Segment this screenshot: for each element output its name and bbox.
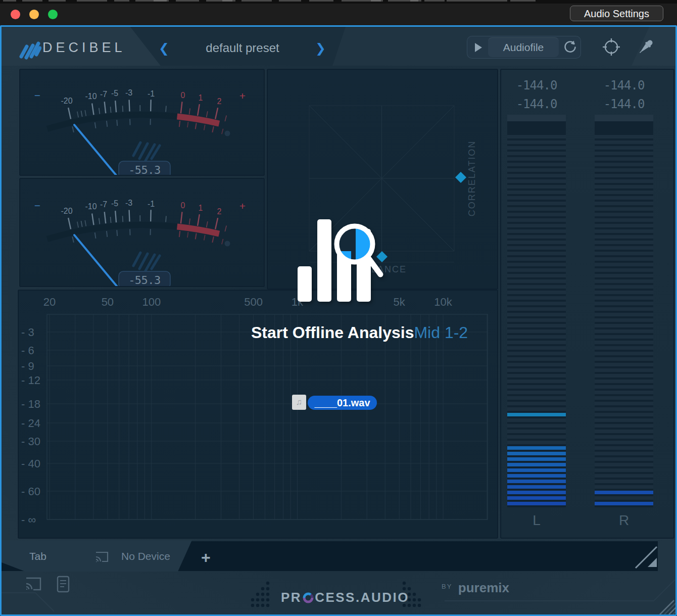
meter-segment: [595, 285, 653, 289]
puremix-logo: puremix: [458, 580, 509, 595]
target-icon[interactable]: [602, 38, 620, 56]
correlation-label: CORRELATION: [467, 140, 477, 217]
meter-segment: [595, 441, 653, 444]
vu-scale-label: -10: [85, 202, 96, 211]
vu-scale-label: -20: [61, 207, 72, 215]
cast-icon[interactable]: [95, 551, 109, 563]
vu-value: -55.3: [128, 164, 161, 175]
vu-band-red: [177, 226, 219, 233]
vu-needle: [74, 235, 119, 286]
preset-prev-button[interactable]: ❮: [159, 41, 169, 56]
meter-channel-label: L: [507, 512, 566, 529]
meter-segment: [507, 224, 566, 227]
play-button[interactable]: [470, 40, 485, 55]
db-axis-label: - 6: [21, 344, 34, 357]
meter-segment: [595, 213, 653, 216]
meter-segment: [595, 463, 653, 466]
brand-title: DECIBEL: [42, 40, 126, 56]
meter-segment: [595, 185, 653, 188]
meter-segment: [595, 380, 653, 383]
meter-segment: [507, 191, 566, 194]
meter-segment: [507, 363, 566, 366]
meter-segment: [595, 346, 653, 350]
vu-peak-dot: [225, 131, 230, 136]
vu-band-red: [177, 116, 219, 123]
meter-segment: [595, 335, 653, 339]
eyedropper-icon[interactable]: [636, 38, 655, 57]
meter-segment: [507, 313, 566, 316]
meter-segment: [595, 179, 653, 183]
meter-segment: [507, 407, 566, 411]
zoom-traffic-light[interactable]: [48, 10, 58, 19]
meter-segment: [507, 380, 566, 383]
meter-segment: [595, 318, 653, 322]
meter-segment: [507, 385, 566, 389]
meter-segment: [595, 385, 653, 389]
meter-segment: [507, 229, 566, 233]
meter-segment: [595, 235, 653, 239]
meter-segment: [507, 324, 566, 327]
meter-segment: [507, 218, 566, 222]
decibel-logo-icon: [18, 34, 41, 60]
add-tab-button[interactable]: +: [201, 548, 211, 567]
meter-segment: [595, 396, 653, 400]
meter-segment: [595, 413, 653, 416]
vu-peak-dot: [225, 241, 230, 247]
brand-left-text: PR: [281, 590, 302, 605]
refresh-icon[interactable]: [562, 39, 578, 56]
offline-analysis-icon[interactable]: [280, 210, 397, 309]
meter-segment: [507, 374, 566, 377]
correlation-diamond: [455, 172, 466, 183]
vu-scale-label: 0: [181, 201, 185, 210]
meter-segment: [507, 418, 566, 422]
meter-cap-segment: [507, 115, 566, 121]
meter-segment: [595, 246, 653, 250]
meter-segment: [507, 235, 566, 239]
vu-value: -55.3: [128, 274, 161, 286]
audiofile-label: Audiofile: [488, 41, 559, 54]
meter-segment: [595, 302, 653, 305]
preset-name[interactable]: default preset: [177, 41, 308, 55]
meter-segment: [507, 213, 566, 216]
meter-segment: [507, 424, 566, 428]
meter-segment: [595, 418, 653, 422]
bar-2: [317, 219, 331, 302]
channel-mode-label: Mid 1-2: [414, 323, 468, 342]
menu-text-fragment: [114, 0, 129, 2]
meter-segment: [507, 291, 566, 294]
meter-segment: [507, 357, 566, 361]
minimize-traffic-light[interactable]: [29, 10, 39, 19]
menu-text-fragment: [3, 0, 16, 2]
audio-settings-button[interactable]: Audio Settings: [570, 6, 663, 21]
vu-meter-1: -20-10-7-5-3-1012−+-55.3: [20, 70, 264, 175]
no-device-label[interactable]: No Device: [121, 550, 170, 562]
db-axis-label: - 12: [21, 374, 40, 387]
meter-segment: [507, 480, 566, 483]
meter-segment: [595, 224, 653, 227]
meter-segment: [507, 296, 566, 300]
vu-watermark: [133, 253, 140, 266]
meter-segment: [507, 396, 566, 400]
meter-segment: [507, 352, 566, 355]
menu-text-fragment: [77, 0, 107, 2]
meter-segment: [507, 457, 566, 461]
preset-next-button[interactable]: ❯: [315, 41, 326, 56]
level-meters-panel: -144.0-144.0L-144.0-144.0R: [500, 69, 674, 539]
meter-segment: [507, 146, 566, 150]
start-offline-analysis[interactable]: Start Offline AnalysisMid 1-2: [251, 323, 468, 342]
meter-segment: [507, 491, 566, 494]
resize-handle[interactable]: [633, 545, 659, 570]
spectrum-grid: [47, 314, 488, 519]
dragged-file-pill[interactable]: ____01.wav: [308, 396, 377, 410]
bar-1: [298, 266, 312, 302]
audiofile-button[interactable]: Audiofile: [488, 37, 559, 57]
close-traffic-light[interactable]: [11, 10, 20, 19]
spectrum-grid-border: [47, 314, 488, 519]
meter-segment: [595, 502, 653, 505]
vu-meter-panel-2: -20-10-7-5-3-1012−+-55.3: [19, 178, 265, 287]
dots-pattern-left: [251, 582, 269, 607]
meter-segment: [595, 474, 653, 478]
vu-watermark: [139, 254, 148, 269]
meter-segment: [595, 329, 653, 333]
vu-band: [47, 115, 177, 129]
